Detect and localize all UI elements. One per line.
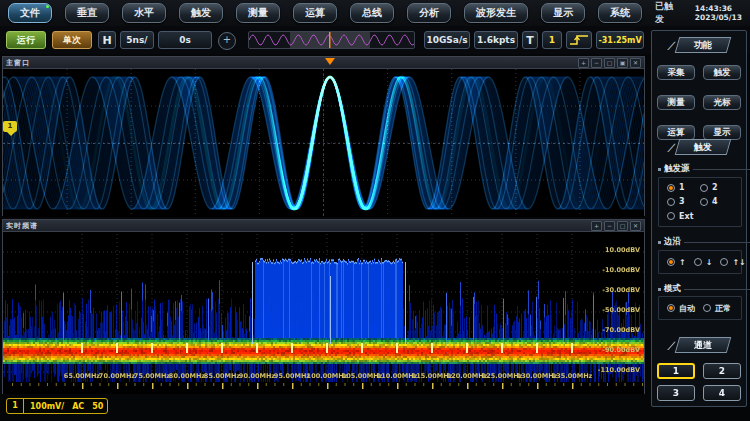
zoom-out-icon[interactable]: − <box>591 58 602 68</box>
menu-item-5[interactable]: 测量 <box>236 3 280 23</box>
spectrum-window-header[interactable]: 实时频谱 +−▢✕ <box>3 220 644 232</box>
trigger-source-options: 1234Ext <box>658 177 742 227</box>
status-cluster: 已触发 14:43:36 2023/05/13 <box>655 0 750 26</box>
group-rule-line <box>684 242 750 243</box>
menu-item-7[interactable]: 总线 <box>350 3 394 23</box>
freq-label-1: 65.00MHz <box>64 372 100 380</box>
mode-option-1[interactable]: 自动 <box>667 303 695 313</box>
horizontal-position-button[interactable]: 0s <box>158 31 212 49</box>
zoom-in-icon[interactable]: + <box>591 221 602 231</box>
horizontal-button[interactable]: H <box>98 31 116 49</box>
channel-settings: 100mV/ AC 50 <box>24 402 103 411</box>
edge-option-3[interactable]: ↑↓ <box>720 257 745 267</box>
time-text: 14:43:36 <box>695 4 732 13</box>
radio-label: Ext <box>679 212 693 221</box>
radio-icon <box>703 304 711 312</box>
function-button-1[interactable]: 采集 <box>657 65 695 80</box>
radio-label: ↓ <box>706 258 713 267</box>
channel-header-button[interactable]: 通道 <box>675 337 732 353</box>
single-button[interactable]: 单次 <box>52 31 92 49</box>
close-icon[interactable]: ✕ <box>630 58 641 68</box>
trigger-position-marker[interactable] <box>325 58 335 65</box>
restore-icon[interactable]: ▢ <box>604 58 615 68</box>
freq-label-7: 95.00MHz <box>274 372 310 380</box>
function-section-header: ∕ 功能 <box>652 37 746 53</box>
channel-button-4[interactable]: 4 <box>703 385 741 401</box>
channel1-badge[interactable]: 1 100mV/ AC 50 <box>6 398 108 414</box>
menu-item-9[interactable]: 波形发生 <box>464 3 528 23</box>
zoom-in-icon[interactable]: + <box>578 58 589 68</box>
trigger-source-option-3[interactable]: 3 <box>667 197 700 206</box>
channel-button-1[interactable]: 1 <box>657 363 695 379</box>
menu-item-8[interactable]: 分析 <box>407 3 451 23</box>
toolbar: 运行 单次 H 5ns/ 0s + 10GSa/s 1.6kpts T 1 -3… <box>0 26 750 54</box>
slash-decoration-icon: ∕ <box>667 340 674 351</box>
waveform-preview-canvas <box>249 32 414 48</box>
timebase-button[interactable]: 5ns/ <box>120 31 154 49</box>
radio-icon <box>667 198 675 206</box>
group-rule-line <box>693 169 750 170</box>
trigger-source-option-4[interactable]: 4 <box>700 197 733 206</box>
function-button-4[interactable]: 光标 <box>703 95 741 110</box>
function-button-6[interactable]: 显示 <box>703 125 741 140</box>
menu-item-11[interactable]: 系统 <box>598 3 642 23</box>
menu-item-3[interactable]: 水平 <box>122 3 166 23</box>
radio-label: 2 <box>712 183 718 192</box>
group-rule-line <box>684 289 750 290</box>
radio-label: ↑↓ <box>732 258 745 267</box>
trigger-source-option-1[interactable]: 1 <box>667 183 700 192</box>
trigger-slope-button[interactable] <box>566 31 592 49</box>
close-icon[interactable]: ✕ <box>630 221 641 231</box>
main-window-controls: +−▢▣✕ <box>578 58 641 68</box>
menu-item-2[interactable]: 垂直 <box>65 3 109 23</box>
channel-coupling: AC <box>72 402 84 411</box>
minimize-icon[interactable]: − <box>604 221 615 231</box>
radio-label: 3 <box>679 197 685 206</box>
channel-scale: 100mV/ <box>30 402 64 411</box>
trigger-button[interactable]: T <box>522 31 538 49</box>
menu-bar: 文件垂直水平触发测量运算总线分析波形发生显示系统 已触发 14:43:36 20… <box>0 0 750 26</box>
maximize-icon[interactable]: ▢ <box>617 221 628 231</box>
radio-icon <box>667 258 675 266</box>
trigger-section-header: ∕ 触发 <box>652 139 746 155</box>
menu-item-1[interactable]: 文件 <box>8 3 52 23</box>
channel-buttons-grid: 1234 <box>652 363 746 401</box>
spectrum-window-title: 实时频谱 <box>6 221 38 231</box>
trigger-source-display[interactable]: 1 <box>542 31 562 49</box>
main-window-header[interactable]: 主窗口 +−▢▣✕ <box>3 57 644 69</box>
trigger-level-display: -31.25mV <box>596 31 644 49</box>
db-label-1: 10.00dBV <box>605 246 640 254</box>
trigger-source-option-5[interactable]: Ext <box>667 212 700 221</box>
channel-impedance: 50 <box>92 402 103 411</box>
rising-edge-icon <box>569 34 589 46</box>
mode-option-2[interactable]: 正常 <box>703 303 731 313</box>
function-button-5[interactable]: 运算 <box>657 125 695 140</box>
function-header-button[interactable]: 功能 <box>675 37 732 53</box>
function-button-3[interactable]: 测量 <box>657 95 695 110</box>
channel-button-3[interactable]: 3 <box>657 385 695 401</box>
freq-label-15: 135.00MHz <box>552 372 593 380</box>
sample-rate-display: 10GSa/s <box>424 31 470 49</box>
side-panel: ∕ 功能 采集触发测量光标运算显示 ∕ 触发 触发源 1234Ext 边沿 ↑↓… <box>651 30 747 407</box>
freq-label-4: 80.00MHz <box>169 372 205 380</box>
freq-label-6: 90.00MHz <box>239 372 275 380</box>
trigger-source-option-2[interactable]: 2 <box>700 183 733 192</box>
zoom-search-icon[interactable]: + <box>218 32 236 50</box>
radio-icon <box>700 198 708 206</box>
menu-item-4[interactable]: 触发 <box>179 3 223 23</box>
channel-button-2[interactable]: 2 <box>703 363 741 379</box>
edge-option-1[interactable]: ↑ <box>667 257 686 267</box>
trigger-header-button[interactable]: 触发 <box>675 139 732 155</box>
channel-number: 1 <box>7 399 24 413</box>
slash-decoration-icon: ∕ <box>667 40 674 51</box>
maximize-icon[interactable]: ▣ <box>617 58 628 68</box>
channel-section-header: ∕ 通道 <box>652 337 746 353</box>
run-button[interactable]: 运行 <box>6 31 46 49</box>
waveform-preview-strip[interactable] <box>248 31 415 49</box>
radio-label: 1 <box>679 183 685 192</box>
menu-item-6[interactable]: 运算 <box>293 3 337 23</box>
menu-item-10[interactable]: 显示 <box>541 3 585 23</box>
channel1-offset-marker[interactable]: 1 <box>3 121 17 132</box>
function-button-2[interactable]: 触发 <box>703 65 741 80</box>
edge-option-2[interactable]: ↓ <box>694 257 713 267</box>
